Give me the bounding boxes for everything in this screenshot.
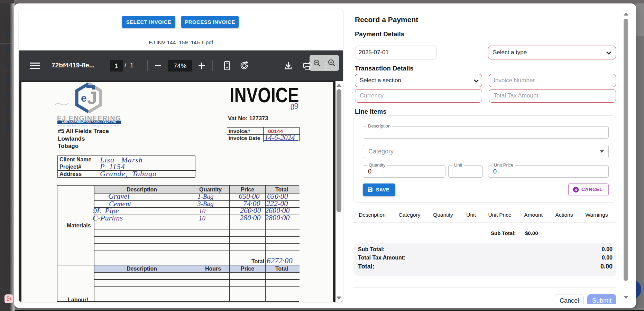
svg-text:J: J bbox=[87, 88, 97, 108]
svg-text:e: e bbox=[81, 92, 87, 104]
